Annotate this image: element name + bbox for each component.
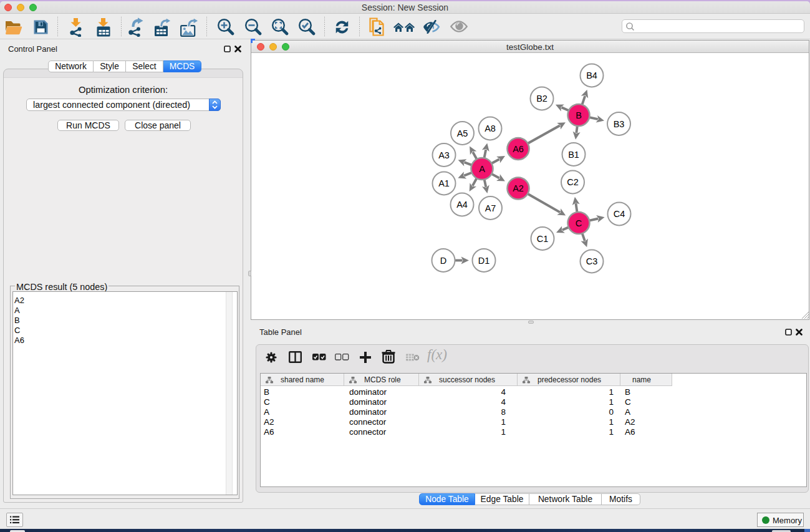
svg-text:A7: A7 xyxy=(485,203,496,213)
svg-text:B1: B1 xyxy=(568,150,579,160)
svg-text:D1: D1 xyxy=(478,256,490,266)
svg-text:A1: A1 xyxy=(438,178,450,188)
svg-text:B4: B4 xyxy=(586,70,597,80)
svg-text:A3: A3 xyxy=(438,150,450,160)
svg-text:D: D xyxy=(440,256,446,266)
svg-text:B2: B2 xyxy=(536,94,547,104)
svg-text:B: B xyxy=(576,110,582,120)
svg-text:A2: A2 xyxy=(513,183,524,193)
svg-text:C4: C4 xyxy=(614,209,625,219)
svg-text:C1: C1 xyxy=(537,234,549,244)
svg-text:A: A xyxy=(479,164,485,174)
svg-text:A4: A4 xyxy=(456,200,468,210)
svg-text:C3: C3 xyxy=(586,256,598,266)
svg-text:C: C xyxy=(576,218,582,228)
svg-text:A6: A6 xyxy=(513,144,524,154)
svg-text:A5: A5 xyxy=(457,128,468,138)
svg-text:B3: B3 xyxy=(614,119,625,129)
svg-text:C2: C2 xyxy=(567,177,579,187)
svg-text:A8: A8 xyxy=(485,123,496,133)
